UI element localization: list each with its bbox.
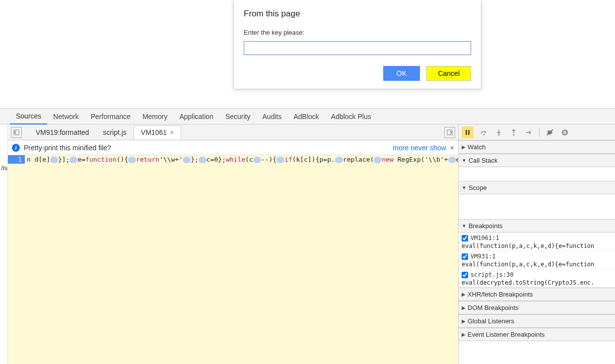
breakpoint-snippet: eval(decrypted.toString(CryptoJS.enc.	[462, 278, 612, 286]
section-callstack[interactable]: ▼Call Stack	[459, 154, 615, 167]
breakpoint-item[interactable]: VM931:1eval(function(p,a,c,k,e,d){e=func…	[459, 251, 615, 269]
ok-button[interactable]: OK	[383, 66, 420, 81]
cancel-button[interactable]: Cancel	[426, 66, 471, 81]
info-icon: i	[12, 144, 20, 152]
dialog-input[interactable]	[244, 41, 471, 55]
section-label: Global Listeners	[468, 317, 514, 325]
section-label: XHR/fetch Breakpoints	[468, 291, 533, 298]
tab-audits[interactable]: Audits	[257, 109, 288, 124]
breakpoint-item[interactable]: script.js:30eval(decrypted.toString(Cryp…	[459, 269, 615, 288]
deactivate-breakpoints-button[interactable]	[546, 128, 554, 137]
file-tab-2[interactable]: VM1061×	[134, 125, 181, 139]
chevron-right-icon: ▶	[462, 305, 466, 310]
line-number[interactable]: 1	[8, 155, 25, 164]
dialog-title: From this page	[244, 9, 471, 19]
breakpoints-body: VM1061:1eval(function(p,a,c,k,e,d){e=fun…	[459, 233, 615, 288]
step-button[interactable]	[524, 128, 533, 137]
line-gutter: 1	[8, 155, 27, 364]
tab-sources[interactable]: Sources	[10, 109, 47, 124]
chevron-down-icon: ▼	[462, 158, 467, 163]
notice-more-link[interactable]: more	[393, 144, 409, 152]
tab-security[interactable]: Security	[219, 109, 257, 124]
breakpoint-location: VM931:1	[471, 253, 496, 260]
pretty-print-notice: i Pretty-print this minified file? more …	[8, 140, 458, 155]
code-editor[interactable]: 1 n d[e]}];e=function(){return'\\w+'};c=…	[8, 155, 458, 364]
debug-toolbar	[459, 124, 615, 140]
section-label: DOM Breakpoints	[468, 304, 519, 311]
svg-point-6	[562, 129, 568, 135]
breakpoint-checkbox[interactable]	[462, 272, 468, 278]
chevron-right-icon: ▶	[462, 332, 466, 337]
section-global[interactable]: ▶Global Listeners	[459, 314, 615, 328]
file-navigator-collapsed[interactable]: /is	[0, 124, 8, 364]
tab-performance[interactable]: Performance	[85, 109, 137, 124]
breakpoint-checkbox[interactable]	[462, 253, 468, 260]
svg-point-4	[513, 134, 515, 135]
svg-rect-8	[565, 130, 566, 134]
tab-memory[interactable]: Memory	[137, 109, 174, 124]
chevron-right-icon: ▶	[462, 292, 466, 297]
pause-on-exceptions-button[interactable]	[560, 128, 569, 137]
file-tab-1[interactable]: script.js	[96, 126, 133, 139]
notice-text: Pretty-print this minified file?	[24, 144, 111, 152]
step-into-button[interactable]	[494, 128, 503, 137]
chevron-down-icon: ▼	[462, 185, 467, 190]
close-icon[interactable]: ×	[170, 128, 174, 136]
svg-rect-0	[466, 130, 467, 135]
step-over-button[interactable]	[479, 128, 488, 137]
pause-resume-button[interactable]	[462, 126, 474, 138]
svg-point-2	[483, 133, 485, 135]
svg-rect-1	[468, 130, 470, 135]
close-icon[interactable]: ×	[450, 144, 454, 152]
section-label: Scope	[469, 184, 487, 191]
section-event[interactable]: ▶Event Listener Breakpoints	[459, 328, 615, 341]
devtools-tabbar: Sources Network Performance Memory Appli…	[0, 109, 615, 124]
tab-adblock[interactable]: AdBlock	[287, 109, 325, 124]
navigator-item[interactable]: /is	[1, 164, 7, 172]
scope-body	[459, 194, 615, 219]
dialog-label: Enter the key please:	[244, 29, 471, 36]
file-tab-label: VM919:formatted	[36, 128, 89, 136]
svg-rect-7	[564, 130, 565, 134]
section-dom[interactable]: ▶DOM Breakpoints	[459, 301, 615, 314]
file-tab-label: VM1061	[141, 128, 167, 136]
section-xhr[interactable]: ▶XHR/fetch Breakpoints	[459, 288, 615, 301]
section-label: Breakpoints	[469, 222, 503, 230]
svg-point-3	[498, 134, 500, 135]
step-out-button[interactable]	[509, 128, 518, 137]
file-tab-bar: VM919:formatted script.js VM1061×	[8, 124, 458, 140]
breakpoint-checkbox[interactable]	[462, 235, 468, 242]
breakpoint-location: script.js:30	[471, 271, 514, 278]
debugger-sidebar: ▶Watch ▼Call Stack ▼Scope ▼Breakpoints V…	[459, 124, 615, 364]
file-tab-0[interactable]: VM919:formatted	[29, 126, 96, 139]
notice-never-link[interactable]: never show	[410, 144, 446, 152]
file-tab-label: script.js	[103, 128, 126, 136]
section-label: Call Stack	[469, 157, 498, 164]
breakpoint-snippet: eval(function(p,a,c,k,e,d){e=function	[462, 260, 612, 268]
section-watch[interactable]: ▶Watch	[459, 140, 615, 154]
tab-application[interactable]: Application	[173, 109, 219, 124]
tab-network[interactable]: Network	[47, 109, 84, 124]
section-scope[interactable]: ▼Scope	[459, 181, 615, 194]
callstack-body	[459, 167, 615, 181]
prompt-dialog: From this page Enter the key please: OK …	[233, 0, 481, 89]
breakpoint-location: VM1061:1	[471, 235, 499, 242]
editor-column: VM919:formatted script.js VM1061× i Pret…	[8, 124, 459, 364]
chevron-right-icon: ▶	[462, 318, 466, 324]
code-line[interactable]: n d[e]}];e=function(){return'\\w+'};c=0}…	[27, 155, 458, 364]
breakpoint-item[interactable]: VM1061:1eval(function(p,a,c,k,e,d){e=fun…	[459, 233, 615, 251]
navigator-toggle-icon[interactable]	[11, 127, 22, 138]
chevron-right-icon: ▶	[462, 144, 466, 150]
tab-adblock-plus[interactable]: Adblock Plus	[325, 109, 377, 124]
show-drawer-icon[interactable]	[444, 127, 455, 138]
breakpoint-snippet: eval(function(p,a,c,k,e,d){e=function	[462, 242, 612, 249]
section-label: Watch	[468, 143, 485, 151]
devtools-panel: Sources Network Performance Memory Appli…	[0, 108, 615, 364]
separator	[539, 128, 540, 137]
section-breakpoints[interactable]: ▼Breakpoints	[459, 219, 615, 233]
chevron-down-icon: ▼	[462, 223, 467, 229]
section-label: Event Listener Breakpoints	[468, 331, 545, 338]
